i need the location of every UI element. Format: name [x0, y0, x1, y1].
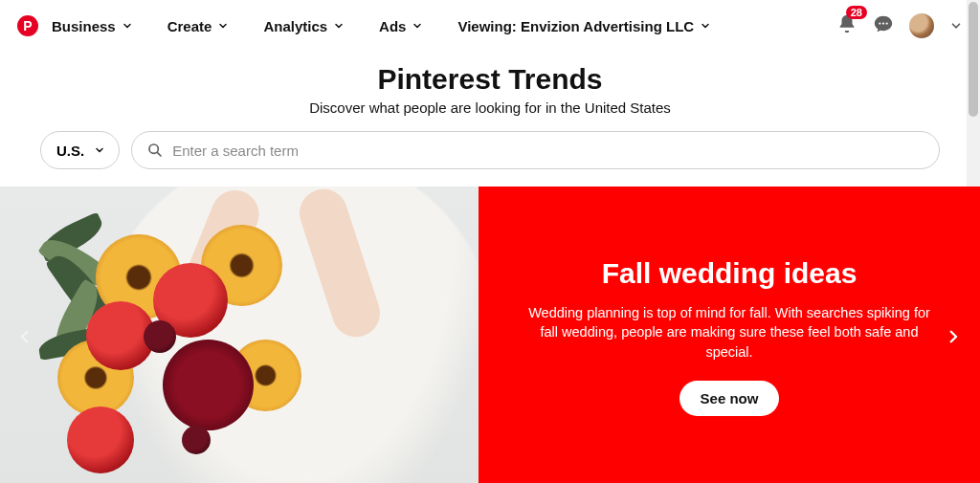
region-selected: U.S.	[56, 143, 84, 159]
scrollbar-thumb[interactable]	[969, 2, 978, 117]
carousel-content: Fall wedding ideas Wedding planning is t…	[479, 187, 980, 483]
messages-button[interactable]	[873, 13, 894, 38]
nav-ads[interactable]: Ads	[375, 12, 427, 40]
page-header: Pinterest Trends Discover what people ar…	[0, 63, 980, 116]
page-title: Pinterest Trends	[0, 63, 980, 96]
notification-badge: 28	[846, 6, 867, 19]
carousel-title: Fall wedding ideas	[602, 257, 858, 290]
chat-icon	[873, 13, 894, 34]
nav-business[interactable]: Business	[48, 12, 137, 40]
carousel-body: Wedding planning is top of mind for fall…	[528, 303, 930, 362]
nav-create[interactable]: Create	[164, 12, 234, 40]
top-nav: P Business Create Analytics Ads Viewing:…	[0, 0, 980, 52]
svg-point-1	[882, 22, 884, 24]
avatar[interactable]	[909, 13, 934, 38]
chevron-right-icon	[945, 328, 962, 345]
chevron-down-icon	[122, 20, 133, 32]
svg-line-4	[158, 152, 162, 156]
nav-label: Analytics	[263, 18, 327, 34]
search-input[interactable]	[172, 143, 924, 159]
chevron-down-icon	[700, 20, 711, 32]
search-row: U.S.	[0, 116, 980, 169]
trend-carousel: Fall wedding ideas Wedding planning is t…	[0, 187, 980, 483]
carousel-image	[0, 187, 479, 483]
carousel-prev-button[interactable]	[11, 323, 38, 350]
pinterest-logo-icon[interactable]: P	[17, 15, 38, 36]
see-now-button[interactable]: See now	[679, 381, 780, 416]
chevron-down-icon	[333, 20, 345, 32]
nav-label: Viewing: Envizion Advertising LLC	[457, 18, 694, 34]
chevron-down-icon	[949, 19, 963, 33]
nav-label: Ads	[379, 18, 406, 34]
carousel-next-button[interactable]	[940, 323, 967, 350]
chevron-left-icon	[16, 328, 33, 345]
page-subtitle: Discover what people are looking for in …	[0, 99, 980, 116]
chevron-down-icon	[412, 20, 423, 32]
notifications-button[interactable]: 28	[836, 13, 858, 38]
nav-analytics[interactable]: Analytics	[259, 12, 348, 40]
nav-label: Create	[167, 18, 212, 34]
nav-label: Business	[52, 18, 116, 34]
region-select[interactable]: U.S.	[40, 131, 120, 169]
svg-point-2	[886, 22, 888, 24]
nav-viewing-account[interactable]: Viewing: Envizion Advertising LLC	[454, 12, 715, 40]
account-menu-button[interactable]	[949, 19, 963, 33]
bouquet-illustration	[38, 225, 345, 483]
search-box[interactable]	[131, 131, 940, 169]
chevron-down-icon	[94, 144, 105, 156]
svg-point-0	[879, 22, 880, 24]
search-icon	[147, 143, 163, 158]
chevron-down-icon	[217, 20, 229, 32]
nav-right: 28	[836, 13, 963, 38]
